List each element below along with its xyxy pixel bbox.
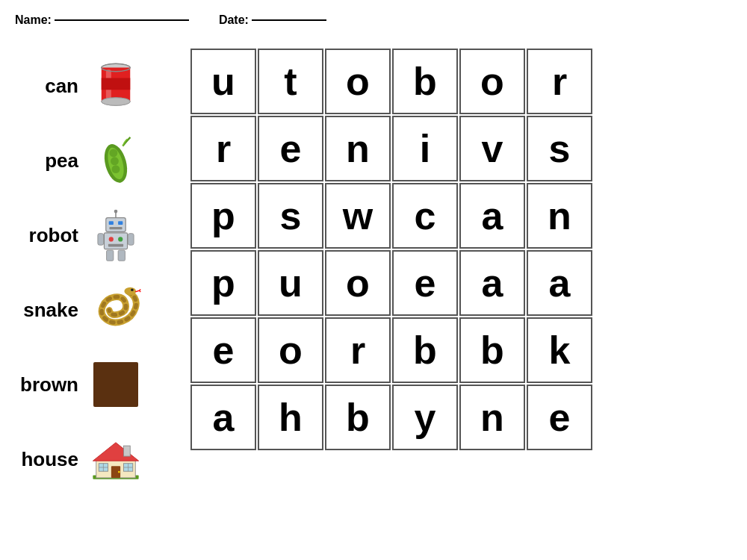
grid-cell-1-4[interactable]: v bbox=[459, 116, 525, 181]
word-row-brown: brown bbox=[11, 347, 146, 422]
svg-point-26 bbox=[124, 287, 136, 296]
grid-cell-4-0[interactable]: e bbox=[190, 317, 256, 383]
svg-point-10 bbox=[111, 157, 119, 165]
grid-cell-2-0[interactable]: p bbox=[190, 183, 256, 249]
grid-cell-5-2[interactable]: b bbox=[325, 385, 391, 450]
word-row-robot: robot bbox=[11, 198, 146, 273]
header: Name: Date: bbox=[15, 13, 326, 27]
grid-cell-1-5[interactable]: s bbox=[527, 116, 592, 181]
grid-cell-3-1[interactable]: u bbox=[258, 250, 323, 316]
word-row-pea: pea bbox=[11, 123, 146, 198]
svg-rect-15 bbox=[109, 221, 114, 225]
grid-row-5: ahbyne bbox=[190, 385, 592, 450]
grid-cell-4-5[interactable]: k bbox=[527, 317, 592, 383]
grid-cell-3-5[interactable]: a bbox=[527, 250, 592, 316]
grid-cell-4-2[interactable]: r bbox=[325, 317, 391, 383]
house-image bbox=[86, 429, 146, 489]
word-brown: brown bbox=[11, 373, 78, 396]
grid-cell-1-1[interactable]: e bbox=[258, 116, 323, 181]
grid-cell-2-2[interactable]: w bbox=[325, 183, 391, 249]
svg-point-13 bbox=[114, 210, 118, 214]
grid-cell-2-3[interactable]: c bbox=[392, 183, 458, 249]
word-house: house bbox=[11, 448, 78, 471]
svg-point-34 bbox=[118, 471, 120, 473]
svg-rect-16 bbox=[118, 221, 123, 225]
svg-rect-28 bbox=[93, 362, 138, 407]
word-list: can pea bbox=[11, 49, 146, 497]
grid-cell-0-0[interactable]: u bbox=[190, 49, 256, 114]
grid-cell-1-2[interactable]: n bbox=[325, 116, 391, 181]
grid-cell-0-5[interactable]: r bbox=[527, 49, 592, 114]
svg-point-9 bbox=[109, 149, 117, 157]
word-can: can bbox=[11, 75, 78, 98]
grid-row-0: utobor bbox=[190, 49, 592, 114]
grid-cell-0-3[interactable]: b bbox=[392, 49, 458, 114]
svg-point-20 bbox=[118, 237, 123, 241]
grid-cell-3-4[interactable]: a bbox=[459, 250, 525, 316]
svg-rect-32 bbox=[124, 446, 131, 456]
svg-rect-23 bbox=[128, 234, 134, 246]
word-pea: pea bbox=[11, 149, 78, 172]
svg-rect-17 bbox=[109, 227, 122, 229]
grid-cell-2-5[interactable]: n bbox=[527, 183, 592, 249]
grid-cell-5-3[interactable]: y bbox=[392, 385, 458, 450]
svg-marker-31 bbox=[93, 443, 138, 461]
grid-cell-5-4[interactable]: n bbox=[459, 385, 525, 450]
grid-cell-2-1[interactable]: s bbox=[258, 183, 323, 249]
grid-cell-3-2[interactable]: o bbox=[325, 250, 391, 316]
svg-point-6 bbox=[102, 98, 131, 106]
word-search-grid: utoborrenivspswcanpuoeaaeorbbkahbyne bbox=[190, 49, 592, 497]
grid-cell-2-4[interactable]: a bbox=[459, 183, 525, 249]
svg-point-19 bbox=[109, 237, 114, 241]
date-label: Date: bbox=[219, 13, 249, 27]
grid-cell-5-5[interactable]: e bbox=[527, 385, 592, 450]
grid-cell-0-1[interactable]: t bbox=[258, 49, 323, 114]
grid-cell-4-4[interactable]: b bbox=[459, 317, 525, 383]
grid-row-3: puoeaa bbox=[190, 250, 592, 316]
grid-cell-4-3[interactable]: b bbox=[392, 317, 458, 383]
can-image bbox=[86, 56, 146, 116]
grid-cell-0-2[interactable]: o bbox=[325, 49, 391, 114]
grid-cell-5-1[interactable]: h bbox=[258, 385, 323, 450]
grid-row-2: pswcan bbox=[190, 183, 592, 249]
svg-rect-25 bbox=[118, 250, 125, 261]
grid-cell-4-1[interactable]: o bbox=[258, 317, 323, 383]
word-row-can: can bbox=[11, 49, 146, 123]
snake-image bbox=[86, 280, 146, 340]
grid-cell-1-3[interactable]: i bbox=[392, 116, 458, 181]
svg-rect-21 bbox=[108, 244, 123, 247]
brown-image bbox=[86, 355, 146, 414]
svg-point-27 bbox=[131, 289, 134, 292]
name-field: Name: bbox=[15, 13, 189, 27]
grid-row-1: renivs bbox=[190, 116, 592, 181]
word-snake: snake bbox=[11, 299, 78, 322]
grid-cell-3-3[interactable]: e bbox=[392, 250, 458, 316]
word-row-house: house bbox=[11, 422, 146, 497]
main-content: can pea bbox=[11, 49, 592, 497]
svg-point-11 bbox=[112, 165, 120, 173]
svg-rect-22 bbox=[98, 234, 104, 246]
grid-cell-0-4[interactable]: o bbox=[459, 49, 525, 114]
word-row-snake: snake bbox=[11, 273, 146, 347]
name-label: Name: bbox=[15, 13, 52, 27]
date-field: Date: bbox=[219, 13, 326, 27]
svg-rect-5 bbox=[102, 78, 131, 90]
grid-row-4: eorbbk bbox=[190, 317, 592, 383]
grid-cell-5-0[interactable]: a bbox=[190, 385, 256, 450]
pea-image bbox=[86, 131, 146, 190]
date-input-line[interactable] bbox=[252, 19, 326, 21]
name-input-line[interactable] bbox=[55, 19, 189, 21]
robot-image bbox=[86, 205, 146, 265]
grid-cell-3-0[interactable]: p bbox=[190, 250, 256, 316]
grid-cell-1-0[interactable]: r bbox=[190, 116, 256, 181]
svg-rect-24 bbox=[107, 250, 114, 261]
svg-rect-14 bbox=[106, 218, 125, 232]
word-robot: robot bbox=[11, 224, 78, 247]
